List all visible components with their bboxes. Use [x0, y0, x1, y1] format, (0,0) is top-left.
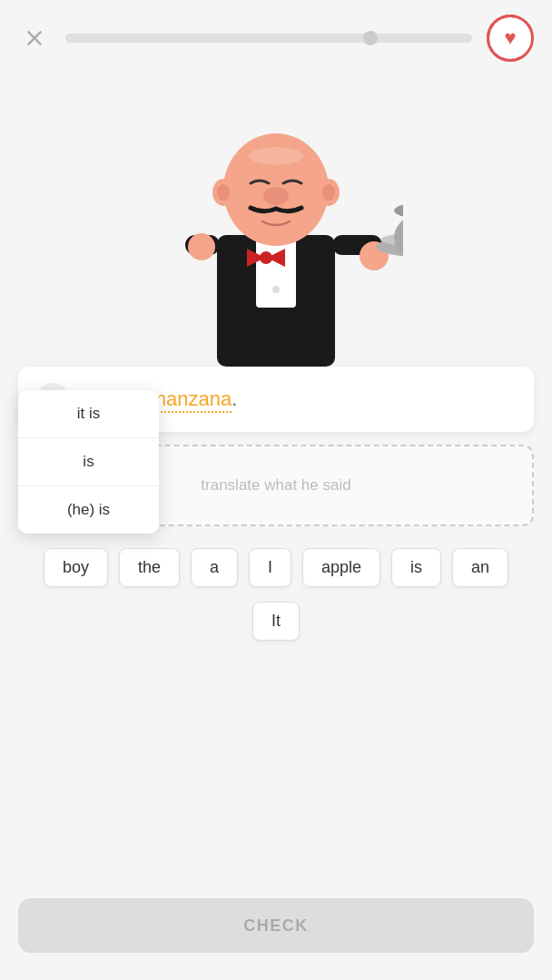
word-period: . [232, 387, 237, 410]
character-area [0, 76, 552, 367]
dropdown-item-it-is[interactable]: it is [18, 390, 159, 438]
svg-point-24 [249, 147, 303, 165]
translation-hint: translate what he said [201, 476, 350, 495]
waiter-character [149, 94, 403, 367]
progress-dot [363, 31, 378, 45]
dropdown-menu: it is is (he) is [18, 390, 159, 534]
word-manzana: manzana [150, 387, 232, 413]
svg-point-6 [260, 251, 272, 264]
header: ♥ [0, 0, 552, 76]
close-icon [25, 28, 44, 48]
close-button[interactable] [18, 22, 51, 54]
word-tile-an[interactable]: an [452, 548, 508, 587]
dropdown-item-is[interactable]: is [18, 438, 159, 486]
word-tile-i[interactable]: I [249, 548, 291, 587]
svg-point-23 [263, 187, 289, 205]
word-tile-is[interactable]: is [391, 548, 441, 587]
selected-words-area: It [18, 602, 534, 641]
svg-point-16 [188, 233, 215, 260]
dropdown-item-he-is[interactable]: (he) is [18, 486, 159, 534]
selected-tile-it[interactable]: It [252, 602, 300, 641]
svg-point-14 [394, 201, 403, 220]
word-tile-a[interactable]: a [191, 548, 238, 587]
svg-point-22 [322, 184, 335, 201]
word-tile-boy[interactable]: boy [44, 548, 108, 587]
svg-point-7 [272, 286, 280, 293]
check-button[interactable]: CHECK [18, 898, 534, 953]
svg-point-21 [217, 184, 230, 201]
heart-button[interactable]: ♥ [487, 15, 534, 62]
progress-bar [65, 34, 472, 43]
word-bank: boy the a I apple is an [18, 548, 534, 587]
heart-icon: ♥ [504, 26, 516, 50]
word-tile-the[interactable]: the [119, 548, 180, 587]
svg-point-13 [394, 211, 403, 265]
word-tile-apple[interactable]: apple [302, 548, 380, 587]
